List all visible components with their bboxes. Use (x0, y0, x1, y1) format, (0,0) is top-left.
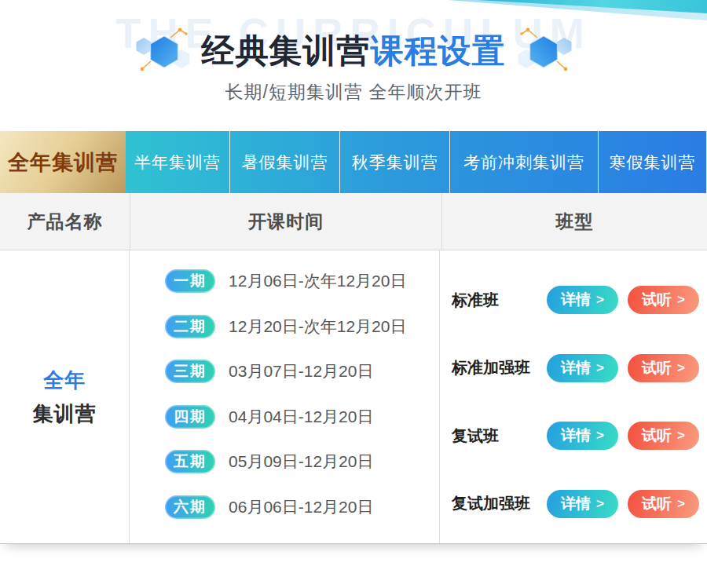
schedule-cell: 一期 12月06日-次年12月20日 二期 12月20日-次年12月20日 三期… (129, 250, 440, 543)
session-row: 四期 04月04日-12月20日 (165, 405, 439, 429)
detail-button-label: 详情 (561, 358, 591, 378)
tab-full-year-camp[interactable]: 全年集训营 (0, 131, 126, 193)
camp-tab-group: 半年集训营 暑假集训营 秋季集训营 考前冲刺集训营 寒假集训营 (126, 131, 707, 193)
class-type-row: 标准加强班 详情> 试听> (452, 354, 699, 382)
chevron-right-icon: > (596, 360, 604, 376)
trial-button-label: 试听 (642, 358, 672, 378)
class-type-name: 标准班 (452, 290, 537, 311)
curriculum-page: THE CURRICULUM (0, 0, 707, 588)
product-name-cell: 全年 集训营 (0, 250, 129, 543)
product-name-line2: 集训营 (33, 400, 97, 428)
column-header-class-type: 班型 (442, 193, 707, 250)
product-name-line1: 全年 (43, 367, 86, 394)
table-header-row: 产品名称 开课时间 班型 (0, 193, 707, 250)
table-body-row: 全年 集训营 一期 12月06日-次年12月20日 二期 12月20日-次年12… (0, 250, 707, 543)
session-badge: 三期 (165, 360, 215, 383)
title-main-text: 经典集训营 (202, 32, 371, 69)
trial-button-label: 试听 (642, 425, 672, 446)
session-badge: 五期 (165, 450, 215, 473)
session-dates: 04月04日-12月20日 (229, 406, 373, 428)
tab-summer-camp[interactable]: 暑假集训营 (229, 131, 339, 193)
class-type-row: 标准班 详情> 试听> (452, 286, 699, 314)
session-badge: 六期 (165, 495, 215, 519)
chevron-right-icon: > (677, 496, 685, 512)
session-dates: 12月20日-次年12月20日 (229, 316, 406, 338)
trial-button-label: 试听 (642, 290, 672, 310)
page-subtitle: 长期/短期集训营 全年顺次开班 (0, 80, 707, 104)
chevron-right-icon: > (677, 428, 685, 444)
tab-pre-exam-sprint-camp[interactable]: 考前冲刺集训营 (449, 131, 598, 193)
session-dates: 03月07日-12月20日 (229, 360, 373, 382)
session-dates: 05月09日-12月20日 (229, 451, 373, 473)
session-badge: 四期 (165, 405, 215, 429)
detail-button-label: 详情 (561, 425, 591, 446)
chevron-right-icon: > (677, 292, 685, 308)
trial-button-label: 试听 (642, 494, 672, 514)
class-type-name: 标准加强班 (452, 357, 537, 378)
chevron-right-icon: > (596, 428, 604, 444)
detail-button[interactable]: 详情> (547, 354, 618, 382)
column-header-start-time: 开课时间 (130, 193, 442, 250)
session-badge: 一期 (165, 269, 215, 293)
trial-button[interactable]: 试听> (628, 286, 699, 314)
detail-button[interactable]: 详情> (547, 422, 618, 450)
trial-button[interactable]: 试听> (628, 354, 699, 382)
class-type-cell: 标准班 详情> 试听> 标准加强班 详情> 试听> 复试班 详情> 试听> 复试… (440, 250, 707, 543)
class-type-name: 复试班 (452, 425, 537, 447)
session-row: 六期 06月06日-12月20日 (165, 495, 439, 519)
detail-button-label: 详情 (561, 494, 591, 514)
session-row: 二期 12月20日-次年12月20日 (165, 315, 439, 338)
title-accent-text: 课程设置 (371, 32, 506, 69)
detail-button[interactable]: 详情> (547, 286, 618, 314)
session-row: 一期 12月06日-次年12月20日 (165, 269, 439, 293)
class-type-row: 复试班 详情> 试听> (452, 422, 699, 450)
session-badge: 二期 (165, 315, 215, 338)
tab-autumn-camp[interactable]: 秋季集训营 (339, 131, 449, 193)
hexagon-decoration-left-icon (134, 26, 192, 76)
session-dates: 06月06日-12月20日 (229, 496, 373, 518)
hexagon-decoration-right-icon (515, 26, 573, 76)
class-type-name: 复试加强班 (452, 493, 537, 514)
camp-tab-bar: 全年集训营 半年集训营 暑假集训营 秋季集训营 考前冲刺集训营 寒假集训营 (0, 131, 707, 193)
detail-button[interactable]: 详情> (547, 490, 618, 518)
column-header-product-name: 产品名称 (0, 193, 130, 250)
chevron-right-icon: > (677, 360, 685, 376)
session-row: 三期 03月07日-12月20日 (165, 360, 439, 383)
chevron-right-icon: > (596, 292, 604, 308)
title-row: 经典集训营课程设置 (0, 26, 707, 76)
class-type-row: 复试加强班 详情> 试听> (452, 490, 699, 518)
trial-button[interactable]: 试听> (628, 422, 699, 450)
page-header: THE CURRICULUM (0, 0, 707, 131)
chevron-right-icon: > (596, 496, 604, 512)
course-table: 产品名称 开课时间 班型 全年 集训营 一期 12月06日-次年12月20日 二… (0, 193, 707, 544)
session-dates: 12月06日-次年12月20日 (229, 270, 406, 292)
page-title: 经典集训营课程设置 (202, 31, 506, 72)
session-row: 五期 05月09日-12月20日 (165, 450, 439, 473)
detail-button-label: 详情 (561, 290, 591, 310)
tab-half-year-camp[interactable]: 半年集训营 (126, 131, 229, 193)
tab-winter-camp[interactable]: 寒假集训营 (598, 131, 707, 193)
trial-button[interactable]: 试听> (628, 490, 699, 518)
